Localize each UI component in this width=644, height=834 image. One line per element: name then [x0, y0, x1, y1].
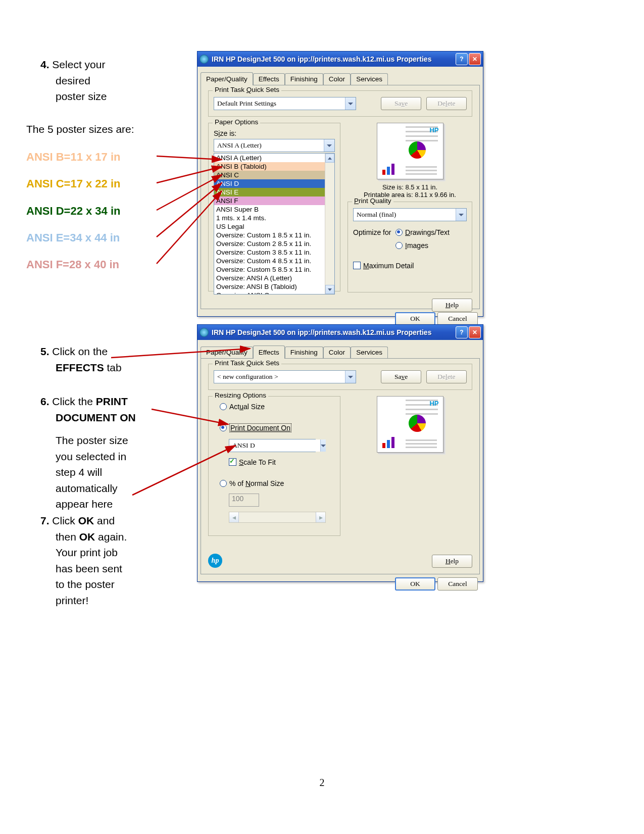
- close-icon[interactable]: ✕: [469, 53, 481, 65]
- radio-drawings[interactable]: Drawings/Text: [395, 228, 450, 236]
- tab-effects[interactable]: Effects: [253, 346, 285, 359]
- list-item[interactable]: ANSI D: [214, 179, 334, 188]
- cancel-button[interactable]: Cancel: [437, 577, 478, 591]
- cancel-button[interactable]: Cancel: [437, 312, 478, 325]
- radio-actual-size[interactable]: Actual Size: [220, 403, 335, 411]
- titlebar: IRN HP DesignJet 500 on ipp://printers.w…: [197, 52, 483, 67]
- list-item[interactable]: ANSI Super B: [214, 205, 334, 214]
- list-item[interactable]: ANSI E: [214, 188, 334, 197]
- pct-value: 100: [229, 494, 259, 507]
- tab-paper-quality[interactable]: Paper/Quality: [201, 72, 253, 85]
- sizes-header: The 5 poster sizes are:: [26, 123, 134, 135]
- quality-combo[interactable]: [353, 208, 467, 221]
- chevron-down-icon[interactable]: [456, 209, 466, 221]
- list-item[interactable]: Oversize: Custom 2 8.5 x 11 in.: [214, 239, 334, 248]
- chevron-down-icon[interactable]: [324, 139, 334, 152]
- scroll-down-icon[interactable]: [325, 285, 334, 294]
- page-number: 2: [0, 777, 644, 789]
- quicksets-value[interactable]: [214, 97, 345, 110]
- ansi-e: ANSI E=34 x 44 in: [26, 231, 120, 244]
- tab-effects[interactable]: Effects: [253, 73, 285, 85]
- tabstrip: Paper/Quality Effects Finishing Color Se…: [197, 67, 483, 85]
- quicksets-combo[interactable]: [214, 370, 356, 383]
- hp-logo: HP: [429, 400, 438, 407]
- ansi-c: ANSI C=17 x 22 in: [26, 177, 120, 190]
- ansi-b: ANSI B=11 x 17 in: [26, 151, 120, 164]
- legend-quicksets: Print Task Quick Sets: [213, 86, 281, 93]
- tab-finishing[interactable]: Finishing: [285, 73, 323, 85]
- ansi-d: ANSI D=22 x 34 in: [26, 205, 120, 218]
- check-max-detail[interactable]: Maximum Detail: [353, 262, 467, 270]
- legend-resizing: Resizing Options: [213, 391, 268, 399]
- chevron-down-icon[interactable]: [345, 371, 356, 383]
- size-label: Size is:: [214, 129, 335, 137]
- optimize-label: Optimize for: [353, 228, 395, 250]
- legend-quicksets: Print Task Quick Sets: [213, 359, 281, 367]
- check-scale-to-fit[interactable]: Scale To Fit: [229, 458, 335, 466]
- size-combo[interactable]: [214, 139, 335, 152]
- legend-print-quality: Print Quality: [352, 197, 393, 205]
- tab-paper-quality[interactable]: Paper/Quality: [201, 347, 253, 358]
- list-item[interactable]: Oversize: Custom 5 8.5 x 11 in.: [214, 265, 334, 274]
- pdo-combo[interactable]: [229, 439, 316, 452]
- quality-value[interactable]: [354, 209, 456, 221]
- dialog-effects: IRN HP DesignJet 500 on ipp://printers.w…: [197, 324, 483, 582]
- list-item[interactable]: Oversize: Custom 1 8.5 x 11 in.: [214, 231, 334, 239]
- help-button[interactable]: Help: [432, 299, 472, 312]
- scrollbar[interactable]: [325, 154, 334, 294]
- save-button[interactable]: Save: [381, 370, 421, 383]
- group-resizing: Resizing Options Actual Size Print Docum…: [208, 396, 340, 536]
- list-item[interactable]: ANSI A (Letter): [214, 154, 334, 162]
- delete-button[interactable]: Delete: [426, 370, 467, 383]
- window-title: IRN HP DesignJet 500 on ipp://printers.w…: [212, 328, 455, 336]
- tab-services[interactable]: Services: [351, 73, 388, 85]
- ok-button[interactable]: OK: [395, 312, 435, 325]
- list-item[interactable]: Oversize: ANSI B (Tabloid): [214, 282, 334, 291]
- help-icon[interactable]: ?: [456, 326, 468, 338]
- step-7: 7. Click OK and then OK again. Your prin…: [40, 513, 172, 608]
- list-item[interactable]: ANSI C: [214, 171, 334, 179]
- radio-images[interactable]: Images: [395, 241, 450, 250]
- list-item[interactable]: Oversize: Custom 4 8.5 x 11 in.: [214, 257, 334, 265]
- radio-pct-normal[interactable]: % of Normal Size: [220, 479, 335, 487]
- tab-services[interactable]: Services: [351, 347, 388, 358]
- step-5: 5. Click on the EFFECTS tab: [40, 344, 172, 375]
- step-4: 4. Select your desired poster size: [40, 57, 162, 105]
- scroll-up-icon[interactable]: [325, 154, 334, 163]
- tab-color[interactable]: Color: [323, 73, 351, 85]
- quicksets-value[interactable]: [214, 371, 345, 383]
- close-icon[interactable]: ✕: [469, 326, 481, 338]
- list-item[interactable]: Oversize: ANSI A (Letter): [214, 274, 334, 282]
- legend-paper-options: Paper Options: [213, 118, 260, 126]
- list-item[interactable]: ANSI F: [214, 197, 334, 205]
- delete-button[interactable]: Delete: [426, 97, 467, 110]
- list-item[interactable]: Oversize: Custom 3 8.5 x 11 in.: [214, 248, 334, 257]
- pdo-value[interactable]: [229, 439, 320, 452]
- hp-logo: HP: [429, 126, 438, 134]
- list-item[interactable]: US Legal: [214, 222, 334, 231]
- pie-icon: [409, 415, 426, 432]
- list-item[interactable]: ANSI B (Tabloid): [214, 162, 334, 171]
- size-selected[interactable]: [214, 139, 324, 152]
- save-button[interactable]: Save: [381, 97, 421, 110]
- tab-color[interactable]: Color: [323, 347, 351, 358]
- tab-panel: Print Task Quick Sets Save Delete Paper …: [201, 85, 480, 309]
- dialog-paper-quality: IRN HP DesignJet 500 on ipp://printers.w…: [197, 51, 483, 317]
- window-title: IRN HP DesignJet 500 on ipp://printers.w…: [212, 55, 455, 63]
- chevron-down-icon[interactable]: [320, 439, 326, 452]
- help-icon[interactable]: ?: [456, 53, 468, 65]
- tab-finishing[interactable]: Finishing: [285, 347, 323, 358]
- help-button[interactable]: Help: [432, 555, 472, 568]
- quicksets-combo[interactable]: [214, 97, 356, 110]
- size-listbox[interactable]: ANSI A (Letter)ANSI B (Tabloid)ANSI CANS…: [214, 153, 335, 295]
- printer-icon: [200, 328, 209, 337]
- chevron-down-icon[interactable]: [345, 97, 356, 110]
- group-paper-options: Paper Options Size is: ANSI A (L: [208, 123, 340, 291]
- titlebar: IRN HP DesignJet 500 on ipp://printers.w…: [197, 325, 483, 340]
- list-item[interactable]: Oversize: ANSI C: [214, 291, 334, 295]
- group-print-quality: Print Quality Optimize for Drawings/Text: [348, 202, 472, 292]
- list-item[interactable]: 1 mts. x 1.4 mts.: [214, 214, 334, 222]
- radio-print-document-on[interactable]: Print Document On: [220, 424, 335, 432]
- hp-logo-icon: hp: [208, 554, 222, 568]
- ok-button[interactable]: OK: [395, 577, 435, 591]
